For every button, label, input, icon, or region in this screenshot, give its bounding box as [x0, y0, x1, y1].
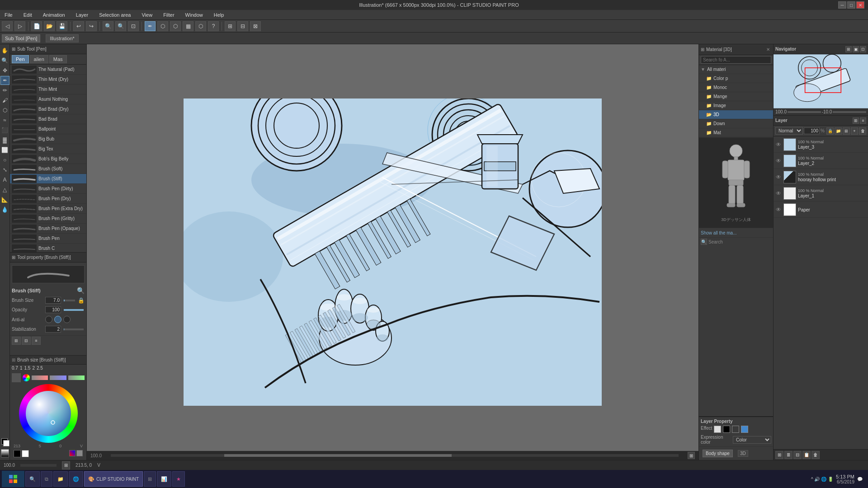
tool-zoom[interactable]: 🔍 — [0, 56, 9, 65]
cat-image[interactable]: 📁 Image — [699, 101, 773, 110]
tool-pen[interactable]: ✒ — [0, 76, 9, 85]
effect-color-trans[interactable] — [732, 426, 739, 433]
fg-swatch[interactable] — [14, 450, 21, 457]
brush-item-7[interactable]: Big Bub — [10, 134, 86, 144]
layer-item-4[interactable]: 👁 Paper — [774, 202, 868, 218]
brush-size-3[interactable]: 2 — [32, 366, 35, 371]
tool-blur[interactable]: ≈ — [0, 116, 9, 125]
nav-rotation-slider[interactable] — [833, 111, 866, 113]
toolbar-nav-prev[interactable]: ◁ — [2, 21, 13, 31]
material-search-input[interactable] — [701, 56, 771, 64]
undo-button[interactable]: ↩ — [73, 21, 84, 31]
color-hue-icon[interactable] — [23, 374, 30, 381]
layer-item-3[interactable]: 👁 100 % Normal Layer_1 — [774, 185, 868, 202]
color-bar-1[interactable] — [32, 375, 48, 380]
search-icon-btn[interactable]: 🔍 — [701, 239, 707, 245]
cat-download[interactable]: 📁 Down — [699, 119, 773, 128]
layer-bottom-btn-2[interactable]: ≣ — [784, 451, 793, 459]
nav-zoom-slider[interactable] — [788, 111, 821, 113]
layer-item-2[interactable]: 👁 100 % Normal hooray hollow print — [774, 169, 868, 185]
layer-add-btn[interactable]: + — [851, 127, 858, 135]
tool-shape[interactable]: △ — [0, 185, 9, 194]
brush-item-12[interactable]: Brush Pen (Dirty) — [10, 184, 86, 194]
select-tool-btn[interactable]: ▦ — [183, 21, 193, 31]
taskbar-item-search[interactable]: 🔍 — [25, 471, 40, 487]
stabilization-slider[interactable] — [64, 328, 84, 330]
layer-bottom-btn-1[interactable]: ⊞ — [775, 451, 783, 459]
brush-item-13[interactable]: Brush Pen (Dry) — [10, 194, 86, 204]
canvas-nav-btn[interactable]: ⊞ — [688, 452, 695, 459]
effect-color-blue[interactable] — [741, 426, 748, 433]
brush-item-17[interactable]: Brush Pen — [10, 234, 86, 244]
taskbar-item-explorer[interactable]: 📁 — [53, 471, 68, 487]
menu-animation[interactable]: Animation — [40, 11, 68, 19]
brush-tab-mas[interactable]: Mas — [49, 55, 67, 63]
taskbar-item-app5[interactable]: ⊞ — [144, 471, 156, 487]
stabilization-input[interactable] — [45, 326, 61, 333]
cat-mat[interactable]: 📁 Mat — [699, 128, 773, 137]
tool-eraser[interactable]: ⬡ — [0, 106, 9, 115]
bg-swatch[interactable] — [22, 450, 29, 457]
menu-selection[interactable]: Selection area — [96, 11, 133, 19]
opacity-slider[interactable] — [64, 309, 84, 311]
brush-item-5[interactable]: Bad Brad — [10, 114, 86, 124]
taskbar-item-app7[interactable]: ★ — [172, 471, 185, 487]
brush-item-9[interactable]: Bob's Big Belly — [10, 154, 86, 164]
brush-item-14[interactable]: Brush Pen (Extra Dry) — [10, 204, 86, 214]
brush-item-8[interactable]: Big Tex — [10, 144, 86, 154]
layer-bottom-btn-3[interactable]: ⊟ — [793, 451, 802, 459]
open-button[interactable]: 📂 — [44, 21, 55, 31]
color-wheel-container[interactable] — [19, 384, 78, 443]
brush-size-slider[interactable] — [64, 300, 75, 301]
layer-eye-3[interactable]: 👁 — [775, 190, 782, 197]
tool-navigate[interactable]: ✋ — [0, 46, 9, 55]
status-canvas-btn[interactable]: ⊞ — [62, 461, 70, 469]
tool-prop-icon-3[interactable]: ≡ — [32, 337, 41, 345]
tool-select[interactable]: ⬜ — [0, 145, 9, 155]
color-icon[interactable] — [69, 450, 75, 456]
blend-mode-select[interactable]: Normal Multiply Screen Overlay — [775, 127, 803, 135]
layer-bottom-btn-5[interactable]: 🗑 — [811, 451, 820, 459]
menu-edit[interactable]: Edit — [21, 11, 35, 19]
title-bar-controls[interactable]: ─ □ ✕ — [838, 1, 864, 9]
tool-prop-icon-2[interactable]: ⊟ — [22, 337, 31, 345]
ruler-btn[interactable]: ⊟ — [237, 21, 248, 31]
toolbar-nav-next[interactable]: ▷ — [14, 21, 25, 31]
antialias-opt-2[interactable] — [63, 316, 71, 323]
cat-all-materials[interactable]: ▼ All materi — [699, 65, 773, 74]
layer-delete-btn[interactable]: 🗑 — [859, 127, 866, 135]
antialias-opt-0[interactable] — [45, 316, 52, 323]
gradient-swatch[interactable] — [1, 449, 9, 457]
nav-btn-2[interactable]: ▣ — [853, 46, 859, 52]
snap-btn[interactable]: ⊞ — [225, 21, 236, 31]
cat-mange[interactable]: 📁 Mange — [699, 92, 773, 101]
tool-prop-icon-1[interactable]: ⊞ — [12, 337, 21, 345]
close-button[interactable]: ✕ — [856, 1, 864, 9]
cat-color[interactable]: 📁 Color p — [699, 74, 773, 83]
tool-fill[interactable]: ⬛ — [0, 126, 9, 135]
layer-item-0[interactable]: 👁 100 % Normal Layer_3 — [774, 136, 868, 153]
new-button[interactable]: 📄 — [31, 21, 42, 31]
brush-item-18[interactable]: Brush C — [10, 244, 86, 252]
save-button[interactable]: 💾 — [57, 21, 67, 31]
panel-close-icon[interactable]: ✕ — [765, 47, 771, 53]
menu-view[interactable]: View — [139, 11, 155, 19]
nav-btn-1[interactable]: ⊞ — [845, 46, 852, 52]
color-indicator-icon[interactable] — [12, 373, 21, 382]
notification-icon[interactable]: 💬 — [857, 477, 863, 482]
tool-gradient[interactable]: ▓ — [0, 136, 9, 145]
opacity-input[interactable] — [45, 306, 61, 313]
zoom-out-button[interactable]: 🔍 — [115, 21, 126, 31]
layer-opacity-input[interactable] — [804, 127, 820, 134]
brush-tab-alien[interactable]: alien — [30, 55, 48, 63]
tool-pencil[interactable]: ✏ — [0, 86, 9, 95]
navigator-preview[interactable] — [774, 54, 868, 108]
effect-color-white[interactable] — [714, 426, 721, 433]
brush-item-6[interactable]: Ballpoint — [10, 124, 86, 134]
foreground-color[interactable] — [0, 437, 9, 446]
brush-item-15[interactable]: Brush Pen (Gritty) — [10, 214, 86, 224]
taskbar-item-taskview[interactable]: ⧉ — [41, 471, 52, 487]
layer-bottom-btn-4[interactable]: 📋 — [802, 451, 811, 459]
pen-tool-btn[interactable]: ✒ — [145, 21, 156, 31]
layer-eye-0[interactable]: 👁 — [775, 141, 782, 148]
